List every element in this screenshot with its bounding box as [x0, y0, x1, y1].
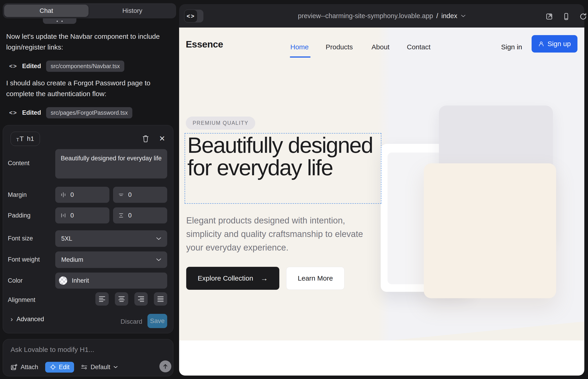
font-weight-select[interactable]: Medium — [55, 252, 167, 268]
preview-browser-frame: preview--charming-site-symphony.lovable.… — [179, 4, 584, 376]
browser-actions — [544, 12, 588, 22]
color-label: Color — [8, 277, 23, 284]
dot-icon — [57, 21, 58, 22]
refresh-button[interactable] — [578, 12, 588, 22]
hero-description: Elegant products designed with intention… — [186, 214, 379, 254]
learn-more-button[interactable]: Learn More — [286, 267, 344, 290]
align-justify-button[interactable] — [154, 292, 167, 306]
selected-element-badge[interactable]: TT h1 — [11, 132, 40, 146]
open-in-new-tab-button[interactable] — [544, 12, 554, 22]
color-value: Inherit — [72, 277, 89, 284]
color-swatch-icon — [59, 276, 67, 285]
type-icon: TT — [16, 136, 24, 142]
refresh-icon — [580, 13, 587, 20]
target-icon — [50, 364, 56, 370]
font-weight-value: Medium — [61, 256, 83, 263]
explore-collection-button[interactable]: Explore Collection → — [186, 267, 279, 290]
padding-x-input[interactable] — [70, 212, 93, 219]
margin-vertical-icon — [118, 192, 124, 198]
sign-in-link[interactable]: Sign in — [501, 43, 522, 51]
edited-file-chip[interactable]: src/pages/ForgotPassword.tsx — [46, 107, 132, 118]
tab-chat[interactable]: Chat — [4, 5, 89, 17]
explore-collection-label: Explore Collection — [198, 274, 253, 282]
code-preview-toggle[interactable]: <> — [184, 10, 203, 22]
mode-select[interactable]: Default — [81, 364, 118, 371]
chevron-down-icon — [156, 258, 161, 261]
url-bar[interactable]: preview--charming-site-symphony.lovable.… — [179, 4, 584, 28]
padding-x-field[interactable] — [55, 207, 109, 223]
external-link-icon — [546, 13, 553, 20]
content-input[interactable]: Beautifully designed for everyday life — [55, 149, 167, 178]
align-right-button[interactable] — [134, 292, 148, 306]
site-logo[interactable]: Essence — [186, 39, 223, 50]
element-inspector-panel: TT h1 ✕ Content Beautifully designed for… — [3, 125, 173, 333]
align-left-button[interactable] — [95, 292, 109, 306]
chevron-down-icon[interactable] — [461, 15, 465, 17]
hero-headline[interactable]: Beautifully designed for everyday life — [187, 134, 378, 179]
nav-link-products[interactable]: Products — [326, 43, 353, 51]
color-select[interactable]: Inherit — [55, 272, 167, 289]
delete-element-button[interactable] — [140, 134, 151, 144]
scrolled-message-peek[interactable] — [43, 18, 76, 24]
selected-h1-outline[interactable]: Beautifully designed for everyday life — [185, 133, 381, 204]
padding-y-field[interactable] — [113, 207, 167, 223]
sign-up-label: Sign up — [547, 40, 571, 48]
close-inspector-button[interactable]: ✕ — [157, 134, 167, 144]
padding-vertical-icon — [118, 212, 124, 218]
padding-y-input[interactable] — [128, 212, 151, 219]
edit-mode-button[interactable]: Edit — [45, 362, 74, 373]
font-size-value: 5XL — [61, 235, 72, 242]
align-right-icon — [138, 296, 144, 302]
dot-icon — [62, 21, 62, 22]
margin-horizontal-icon — [60, 192, 66, 198]
align-center-button[interactable] — [115, 292, 128, 306]
chat-history-tabbar: Chat History — [3, 3, 176, 18]
app-root: Chat History Now let's update the Navbar… — [0, 0, 588, 379]
tab-history[interactable]: History — [90, 5, 175, 17]
font-size-select[interactable]: 5XL — [55, 230, 167, 247]
code-icon: <> — [9, 63, 17, 70]
align-center-icon — [118, 296, 125, 302]
sliders-icon — [81, 364, 87, 370]
tab-chat-label: Chat — [4, 5, 89, 17]
edited-label: Edited — [22, 63, 41, 70]
margin-x-input[interactable] — [70, 191, 93, 198]
edited-file-row: <> Edited src/pages/ForgotPassword.tsx — [9, 107, 132, 119]
margin-y-input[interactable] — [128, 191, 151, 198]
composer-input[interactable] — [11, 346, 162, 354]
font-weight-label: Font weight — [8, 256, 40, 263]
discard-button[interactable]: Discard — [118, 315, 145, 328]
send-button[interactable] — [159, 360, 171, 372]
hero-curve-decoration — [382, 318, 584, 340]
nav-link-contact[interactable]: Contact — [407, 43, 431, 51]
code-icon[interactable]: <> — [184, 10, 198, 22]
align-justify-icon — [157, 296, 164, 302]
margin-label: Margin — [8, 191, 27, 198]
edited-file-chip[interactable]: src/components/Navbar.tsx — [46, 61, 124, 72]
edited-label: Edited — [22, 109, 41, 116]
attach-button[interactable]: Attach — [11, 364, 38, 371]
content-label: Content — [8, 160, 30, 167]
url-page: index — [441, 12, 457, 20]
font-size-label: Font size — [8, 235, 33, 242]
nav-link-about[interactable]: About — [371, 43, 389, 51]
chevron-down-icon — [113, 366, 118, 368]
active-nav-underline — [290, 56, 310, 58]
edited-file-row: <> Edited src/components/Navbar.tsx — [9, 60, 124, 72]
save-button[interactable]: Save — [147, 314, 167, 328]
margin-y-field[interactable] — [113, 187, 167, 203]
margin-x-field[interactable] — [55, 187, 109, 203]
advanced-toggle[interactable]: › Advanced — [11, 315, 44, 323]
hero-section: Essence Home Products About Contact Sign… — [179, 28, 584, 340]
sign-up-button[interactable]: Sign up — [532, 35, 577, 52]
padding-label: Padding — [8, 212, 31, 219]
composer-toolbar: Attach Edit Default — [11, 361, 118, 373]
nav-link-home[interactable]: Home — [290, 43, 309, 51]
chevron-down-icon — [156, 237, 161, 240]
preview-page: Essence Home Products About Contact Sign… — [179, 28, 584, 376]
arrow-right-icon: → — [261, 274, 268, 283]
mobile-view-button[interactable] — [561, 12, 571, 22]
align-left-icon — [99, 296, 106, 302]
premium-quality-badge: PREMIUM QUALITY — [186, 117, 255, 130]
attach-image-icon — [11, 364, 17, 371]
